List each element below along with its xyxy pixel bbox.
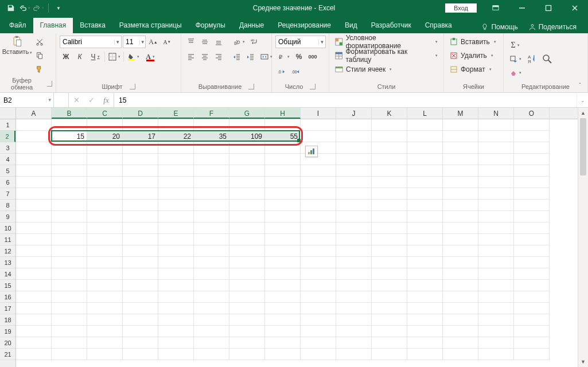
cell[interactable] — [87, 268, 123, 280]
cell[interactable] — [87, 314, 123, 326]
cell[interactable] — [301, 119, 336, 131]
cell[interactable] — [229, 154, 265, 165]
column-header[interactable]: H — [265, 108, 301, 119]
row-header[interactable]: 1 — [0, 119, 15, 131]
cell[interactable] — [372, 165, 407, 177]
decrease-decimal-icon[interactable]: .00 — [289, 65, 302, 78]
cell[interactable] — [336, 165, 372, 177]
cell[interactable] — [301, 314, 336, 326]
cell[interactable] — [478, 303, 514, 314]
cell[interactable] — [407, 234, 443, 245]
cell[interactable] — [478, 257, 514, 268]
cell[interactable] — [514, 119, 550, 131]
cell[interactable] — [229, 200, 265, 211]
align-bottom-icon[interactable] — [212, 36, 225, 48]
row-header[interactable]: 16 — [0, 291, 15, 303]
cell[interactable] — [372, 131, 407, 142]
cell[interactable] — [514, 291, 550, 303]
conditional-formatting-button[interactable]: Условное форматирование — [333, 36, 440, 48]
cell[interactable] — [407, 131, 443, 142]
cell[interactable] — [265, 349, 301, 360]
cell[interactable] — [87, 188, 123, 200]
number-launcher-icon[interactable] — [310, 84, 316, 89]
cell[interactable] — [52, 211, 87, 222]
row-header[interactable]: 4 — [0, 154, 15, 165]
cell[interactable] — [514, 337, 550, 349]
cell[interactable] — [443, 142, 478, 154]
scroll-down-icon[interactable]: ▼ — [578, 357, 588, 367]
cell[interactable] — [123, 188, 158, 200]
cancel-formula-icon[interactable]: ✕ — [69, 96, 84, 104]
cell[interactable] — [407, 326, 443, 337]
cell[interactable] — [87, 291, 123, 303]
cell[interactable] — [478, 211, 514, 222]
cell[interactable] — [514, 234, 550, 245]
cell[interactable] — [16, 326, 52, 337]
cell[interactable] — [194, 257, 229, 268]
cell[interactable] — [87, 154, 123, 165]
comma-style-icon[interactable]: 000 — [306, 50, 319, 63]
cell[interactable] — [478, 142, 514, 154]
cell[interactable] — [194, 303, 229, 314]
cell[interactable] — [265, 211, 301, 222]
cell[interactable] — [301, 291, 336, 303]
cell[interactable]: 17 — [123, 131, 158, 142]
cell[interactable] — [336, 326, 372, 337]
cell[interactable] — [194, 200, 229, 211]
cell[interactable] — [158, 119, 194, 131]
cell[interactable] — [301, 257, 336, 268]
cell[interactable] — [158, 200, 194, 211]
cell[interactable] — [16, 222, 52, 234]
cell[interactable] — [443, 268, 478, 280]
cell[interactable] — [478, 337, 514, 349]
cell[interactable] — [336, 349, 372, 360]
name-box-input[interactable] — [0, 96, 46, 104]
collapse-ribbon-icon[interactable]: ˆ — [575, 81, 585, 90]
cell-styles-button[interactable]: Стили ячеек — [333, 63, 394, 76]
decrease-font-icon[interactable]: A▼ — [161, 36, 173, 48]
orientation-icon[interactable]: ab — [231, 36, 247, 48]
cell[interactable] — [158, 165, 194, 177]
cell[interactable] — [16, 280, 52, 291]
cell[interactable] — [478, 188, 514, 200]
cell[interactable] — [229, 142, 265, 154]
cell[interactable] — [229, 165, 265, 177]
cell[interactable] — [123, 337, 158, 349]
cell[interactable] — [229, 291, 265, 303]
cell[interactable] — [265, 200, 301, 211]
italic-button[interactable]: К — [73, 50, 86, 63]
cell[interactable] — [407, 268, 443, 280]
cell[interactable] — [443, 188, 478, 200]
cell[interactable] — [478, 245, 514, 257]
cell[interactable] — [52, 257, 87, 268]
cell[interactable] — [194, 142, 229, 154]
cell[interactable] — [443, 245, 478, 257]
cell[interactable] — [87, 303, 123, 314]
cell[interactable] — [194, 291, 229, 303]
tab-review[interactable]: Рецензирование — [271, 18, 338, 33]
cell[interactable] — [478, 200, 514, 211]
cell[interactable] — [158, 326, 194, 337]
cell[interactable] — [514, 268, 550, 280]
cell[interactable] — [229, 303, 265, 314]
cell[interactable] — [52, 245, 87, 257]
cell[interactable] — [158, 177, 194, 188]
cell[interactable] — [443, 234, 478, 245]
cell[interactable] — [336, 280, 372, 291]
row-header[interactable]: 20 — [0, 337, 15, 349]
cell[interactable] — [336, 257, 372, 268]
name-box[interactable]: ▼ — [0, 93, 54, 107]
cell[interactable] — [265, 314, 301, 326]
cell[interactable] — [194, 280, 229, 291]
cell[interactable] — [194, 314, 229, 326]
cell[interactable] — [16, 314, 52, 326]
paste-button[interactable]: Вставить — [3, 36, 31, 55]
cell[interactable] — [87, 200, 123, 211]
cell[interactable] — [443, 314, 478, 326]
cell[interactable] — [87, 257, 123, 268]
cell[interactable] — [372, 234, 407, 245]
column-header[interactable]: N — [478, 108, 514, 119]
cell[interactable] — [514, 257, 550, 268]
cell[interactable] — [229, 188, 265, 200]
font-size-combo[interactable]: ▼ — [123, 36, 146, 48]
